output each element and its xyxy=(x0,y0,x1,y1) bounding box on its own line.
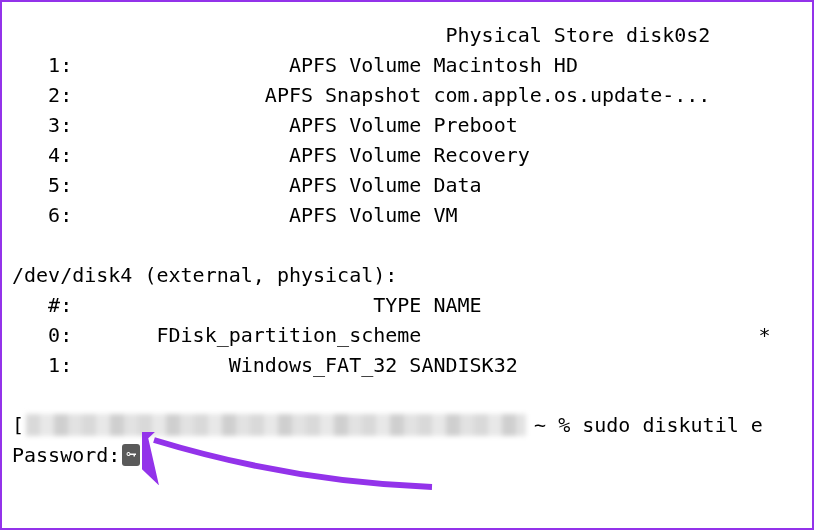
disk4-header: /dev/disk4 (external, physical): xyxy=(12,260,802,290)
redacted-hostname xyxy=(26,414,526,436)
password-label: Password: xyxy=(12,440,120,470)
password-prompt-line[interactable]: Password: xyxy=(12,440,802,470)
command-prompt-line[interactable]: [ ~ % sudo diskutil e xyxy=(12,410,802,440)
physical-store-line: Physical Store disk0s2 xyxy=(12,20,802,50)
volume-row: 6: APFS Volume VM xyxy=(12,200,802,230)
disk4-columns: #: TYPE NAME xyxy=(12,290,802,320)
partition-row: 0: FDisk_partition_scheme * xyxy=(12,320,802,350)
volume-row: 3: APFS Volume Preboot xyxy=(12,110,802,140)
key-icon xyxy=(122,444,140,466)
volume-row: 1: APFS Volume Macintosh HD xyxy=(12,50,802,80)
command-text: ~ % sudo diskutil e xyxy=(534,410,763,440)
volume-row: 2: APFS Snapshot com.apple.os.update-... xyxy=(12,80,802,110)
partition-row: 1: Windows_FAT_32 SANDISK32 xyxy=(12,350,802,380)
volume-row: 4: APFS Volume Recovery xyxy=(12,140,802,170)
prompt-bracket: [ xyxy=(12,410,24,440)
volume-row: 5: APFS Volume Data xyxy=(12,170,802,200)
